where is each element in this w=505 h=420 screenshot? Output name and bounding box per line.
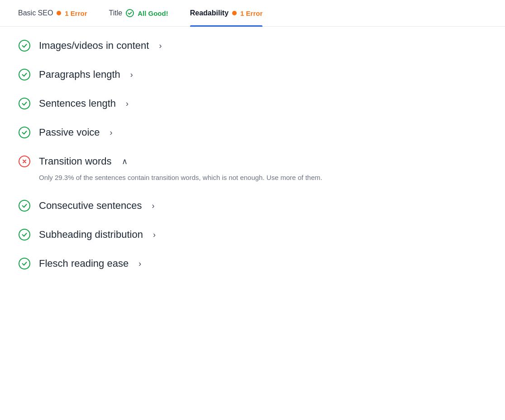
tab-readability-label: Readability (190, 9, 229, 17)
item-transition-words-label: Transition words (39, 156, 112, 167)
item-consecutive-sentences-icon (18, 199, 31, 212)
item-consecutive-sentences-label: Consecutive sentences (39, 200, 142, 212)
list-item: Flesch reading ease › (18, 249, 487, 278)
tab-title-check-icon (126, 9, 134, 17)
tab-readability-status: 1 Error (240, 9, 262, 17)
item-flesch-reading-ease-header[interactable]: Flesch reading ease › (18, 257, 487, 270)
list-item: Passive voice › (18, 118, 487, 147)
item-sentences-length-label: Sentences length (39, 98, 116, 109)
item-images-videos-chevron: › (159, 41, 162, 51)
item-subheading-distribution-icon (18, 228, 31, 241)
tab-basic-seo-dot (57, 11, 61, 15)
tab-basic-seo[interactable]: Basic SEO 1 Error (18, 0, 87, 26)
tab-title-status: All Good! (138, 9, 168, 17)
list-item: Subheading distribution › (18, 220, 487, 249)
tab-basic-seo-label: Basic SEO (18, 9, 53, 17)
item-sentences-length-chevron: › (126, 99, 129, 109)
list-item: Paragraphs length › (18, 60, 487, 89)
item-sentences-length-header[interactable]: Sentences length › (18, 97, 487, 110)
item-consecutive-sentences-header[interactable]: Consecutive sentences › (18, 199, 487, 212)
list-item: Sentences length › (18, 89, 487, 118)
item-flesch-reading-ease-icon (18, 257, 31, 270)
good-icon (19, 229, 30, 241)
good-icon (19, 69, 30, 80)
item-subheading-distribution-header[interactable]: Subheading distribution › (18, 228, 487, 241)
item-passive-voice-icon (18, 126, 31, 139)
item-images-videos-icon (18, 39, 31, 52)
item-images-videos-label: Images/videos in content (39, 40, 149, 52)
error-icon (19, 156, 30, 167)
item-passive-voice-label: Passive voice (39, 127, 100, 138)
tab-readability[interactable]: Readability 1 Error (190, 0, 263, 26)
item-transition-words-description: Only 29.3% of the sentences contain tran… (39, 172, 446, 183)
item-passive-voice-chevron: › (110, 128, 113, 137)
tab-readability-dot (232, 11, 237, 15)
good-icon (19, 40, 30, 52)
good-icon (19, 98, 30, 109)
tab-bar: Basic SEO 1 Error Title All Good! Readab… (0, 0, 505, 27)
item-paragraphs-length-label: Paragraphs length (39, 69, 120, 80)
tab-basic-seo-status: 1 Error (65, 9, 87, 17)
item-subheading-distribution-chevron: › (153, 230, 156, 240)
item-paragraphs-length-icon (18, 68, 31, 81)
item-images-videos-header[interactable]: Images/videos in content › (18, 39, 487, 52)
good-icon (19, 258, 30, 269)
list-item: Transition words ∧ Only 29.3% of the sen… (18, 147, 487, 191)
item-flesch-reading-ease-label: Flesch reading ease (39, 258, 129, 269)
item-paragraphs-length-chevron: › (130, 70, 133, 80)
item-subheading-distribution-label: Subheading distribution (39, 229, 143, 241)
list-item: Consecutive sentences › (18, 191, 487, 220)
svg-point-0 (126, 9, 133, 17)
item-transition-words-icon (18, 155, 31, 168)
readability-items-list: Images/videos in content › Paragraphs le… (0, 27, 505, 283)
item-transition-words-header[interactable]: Transition words ∧ (18, 155, 487, 168)
tab-title[interactable]: Title All Good! (109, 0, 168, 26)
list-item: Images/videos in content › (18, 31, 487, 60)
good-icon (19, 127, 30, 138)
item-paragraphs-length-header[interactable]: Paragraphs length › (18, 68, 487, 81)
item-sentences-length-icon (18, 97, 31, 110)
item-passive-voice-header[interactable]: Passive voice › (18, 126, 487, 139)
item-transition-words-chevron: ∧ (122, 156, 128, 166)
item-consecutive-sentences-chevron: › (152, 201, 154, 211)
good-icon (19, 200, 30, 212)
tab-title-label: Title (109, 9, 123, 17)
item-flesch-reading-ease-chevron: › (138, 259, 141, 269)
